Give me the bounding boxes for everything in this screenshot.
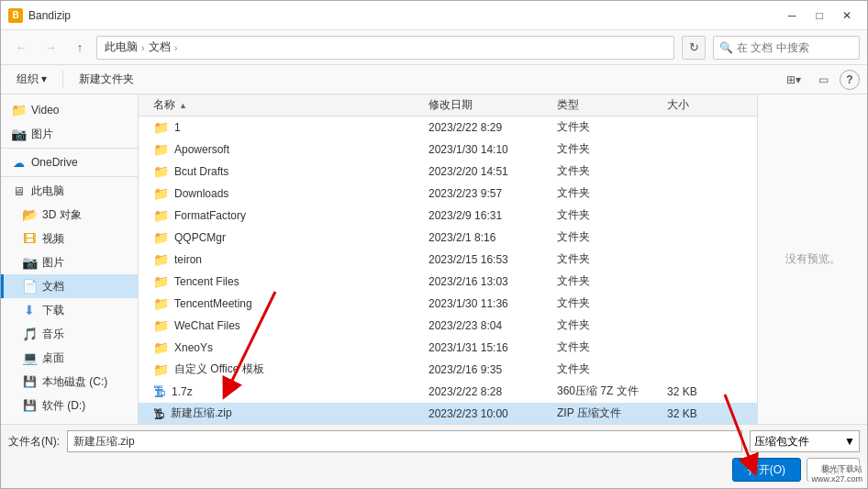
file-name-cell: 🗜新建压缩.zip bbox=[146, 406, 421, 421]
download-folder-icon: ⬇ bbox=[22, 303, 37, 317]
table-row[interactable]: 📁FormatFactory2023/2/9 16:31文件夹 bbox=[139, 205, 757, 227]
watermark: 极光下载站www.x27.com bbox=[808, 463, 865, 486]
sidebar-divider-2 bbox=[1, 176, 138, 177]
disk-c-icon: 💾 bbox=[22, 374, 37, 389]
folder-icon: 📁 bbox=[153, 186, 169, 201]
table-row[interactable]: 📁自定义 Office 模板2023/2/16 9:35文件夹 bbox=[139, 359, 757, 381]
back-button[interactable]: ← bbox=[8, 35, 34, 61]
table-row[interactable]: 📁Downloads2023/2/23 9:57文件夹 bbox=[139, 183, 757, 205]
main-window: B Bandizip ─ □ ✕ ← → ↑ 此电脑 › 文档 › ↻ 🔍 组织… bbox=[0, 0, 868, 489]
sidebar-item-desktop[interactable]: 💻 桌面 bbox=[1, 346, 138, 370]
sidebar-item-3d[interactable]: 📂 3D 对象 bbox=[1, 203, 138, 227]
column-headers: 名称 ▲ 修改日期 类型 大小 bbox=[139, 94, 757, 117]
filename-input[interactable] bbox=[67, 430, 742, 452]
sidebar-label: Video bbox=[31, 104, 59, 117]
address-segment-docs[interactable]: 文档 bbox=[149, 39, 171, 55]
folder-icon: 📷 bbox=[11, 127, 26, 141]
filetype-dropdown[interactable]: 压缩包文件 ▼ bbox=[750, 430, 860, 452]
file-name-cell: 📁XneoYs bbox=[146, 340, 421, 355]
sidebar-item-pictures[interactable]: 📷 图片 bbox=[1, 250, 138, 274]
file-name-cell: 📁QQPCMgr bbox=[146, 230, 421, 245]
sidebar-item-videos[interactable]: 🎞 视频 bbox=[1, 227, 138, 250]
sidebar-item-music[interactable]: 🎵 音乐 bbox=[1, 322, 138, 346]
view-icon-button[interactable]: ⊞▾ bbox=[781, 69, 807, 91]
file-name-cell: 📁WeChat Files bbox=[146, 318, 421, 333]
sidebar-item-software-d[interactable]: 💾 软件 (D:) bbox=[1, 394, 138, 417]
sidebar-item-documents[interactable]: 📄 文档 bbox=[1, 274, 138, 298]
up-button[interactable]: ↑ bbox=[67, 35, 93, 61]
sidebar-label: 视频 bbox=[42, 231, 64, 247]
col-header-type[interactable]: 类型 bbox=[550, 97, 660, 113]
new-folder-button[interactable]: 新建文件夹 bbox=[71, 69, 142, 91]
col-header-name[interactable]: 名称 ▲ bbox=[146, 97, 421, 113]
table-row[interactable]: 📁XneoYs2023/1/31 15:16文件夹 bbox=[139, 337, 757, 359]
col-header-size[interactable]: 大小 bbox=[660, 97, 733, 113]
sidebar-label: 图片 bbox=[42, 255, 64, 271]
sort-arrow-icon: ▲ bbox=[179, 101, 187, 110]
sidebar-divider bbox=[1, 148, 138, 149]
table-row[interactable]: 🗜1.7z2023/2/22 8:28360压缩 7Z 文件32 KB bbox=[139, 381, 757, 403]
table-row[interactable]: 📁TencentMeeting2023/1/30 11:36文件夹 bbox=[139, 293, 757, 315]
sidebar-label: 此电脑 bbox=[31, 183, 64, 199]
view-list-button[interactable]: ▭ bbox=[810, 69, 836, 91]
folder-icon: 📁 bbox=[153, 230, 169, 245]
sidebar-item-pictures-root[interactable]: 📷 图片 bbox=[1, 122, 138, 146]
sidebar-label: 下载 bbox=[42, 303, 64, 318]
table-row[interactable]: 📁Tencent Files2023/2/16 13:03文件夹 bbox=[139, 271, 757, 293]
table-row[interactable]: 🗜新建压缩.zip2023/2/23 10:00ZIP 压缩文件32 KB bbox=[139, 403, 757, 424]
table-row[interactable]: 📁Bcut Drafts2023/2/20 14:51文件夹 bbox=[139, 161, 757, 183]
address-segment-pc[interactable]: 此电脑 bbox=[105, 39, 138, 55]
table-row[interactable]: 📁WeChat Files2023/2/23 8:04文件夹 bbox=[139, 315, 757, 337]
col-header-date[interactable]: 修改日期 bbox=[421, 97, 550, 113]
maximize-button[interactable]: □ bbox=[807, 6, 832, 26]
folder-icon: 📁 bbox=[153, 318, 169, 333]
folder-icon: 📁 bbox=[153, 164, 169, 179]
sidebar-item-onedrive[interactable]: ☁ OneDrive bbox=[1, 150, 138, 174]
cloud-icon: ☁ bbox=[11, 155, 26, 170]
file-name-cell: 📁Bcut Drafts bbox=[146, 164, 421, 179]
toolbar-right: ⊞▾ ▭ ? bbox=[781, 69, 860, 91]
refresh-button[interactable]: ↻ bbox=[682, 36, 706, 60]
address-bar[interactable]: 此电脑 › 文档 › bbox=[96, 36, 674, 60]
folder-icon: 📁 bbox=[153, 208, 169, 223]
view-toolbar: 组织 ▾ 新建文件夹 ⊞▾ ▭ ? bbox=[1, 65, 867, 94]
help-button[interactable]: ? bbox=[840, 70, 860, 90]
sidebar-label: OneDrive bbox=[31, 156, 78, 169]
sidebar-item-downloads[interactable]: ⬇ 下载 bbox=[1, 298, 138, 322]
close-button[interactable]: ✕ bbox=[834, 6, 860, 26]
file-area: 名称 ▲ 修改日期 类型 大小 📁12023/2/22 8:29文件夹📁Apow… bbox=[139, 94, 757, 424]
search-box[interactable]: 🔍 bbox=[713, 36, 860, 60]
folder-icon: 📁 bbox=[153, 142, 169, 157]
search-icon: 🔍 bbox=[719, 41, 733, 54]
sidebar-label: 文档 bbox=[42, 279, 64, 295]
sidebar-label: 本地磁盘 (C:) bbox=[42, 374, 107, 390]
toolbar-separator bbox=[62, 71, 63, 89]
sidebar-item-video[interactable]: 📁 Video bbox=[1, 98, 138, 122]
organize-button[interactable]: 组织 ▾ bbox=[8, 69, 55, 91]
folder-icon: 📁 bbox=[153, 362, 169, 377]
folder-icon: 📁 bbox=[11, 103, 26, 117]
minimize-button[interactable]: ─ bbox=[779, 6, 805, 26]
table-row[interactable]: 📁Apowersoft2023/1/30 14:10文件夹 bbox=[139, 139, 757, 161]
folder-icon: 📁 bbox=[153, 296, 169, 311]
sidebar-label: 音乐 bbox=[42, 327, 64, 342]
file-name-cell: 📁Tencent Files bbox=[146, 274, 421, 289]
app-icon: B bbox=[8, 8, 23, 23]
filename-row: 文件名(N): 压缩包文件 ▼ bbox=[8, 430, 860, 452]
main-content: 📁 Video 📷 图片 ☁ OneDrive 🖥 此电脑 📂 3D 对象 bbox=[1, 94, 867, 424]
open-button[interactable]: 打开(O) bbox=[732, 458, 801, 482]
search-input[interactable] bbox=[737, 41, 853, 54]
file-name-cell: 🗜1.7z bbox=[146, 384, 421, 399]
table-row[interactable]: 📁teiron2023/2/15 16:53文件夹 bbox=[139, 249, 757, 271]
file-name-cell: 📁Apowersoft bbox=[146, 142, 421, 157]
sidebar-item-local-c[interactable]: 💾 本地磁盘 (C:) bbox=[1, 370, 138, 394]
sidebar: 📁 Video 📷 图片 ☁ OneDrive 🖥 此电脑 📂 3D 对象 bbox=[1, 94, 139, 424]
sidebar-item-this-pc[interactable]: 🖥 此电脑 bbox=[1, 179, 138, 203]
sidebar-label: 软件 (D:) bbox=[42, 398, 85, 414]
nav-toolbar: ← → ↑ 此电脑 › 文档 › ↻ 🔍 bbox=[1, 30, 867, 65]
table-row[interactable]: 📁QQPCMgr2023/2/1 8:16文件夹 bbox=[139, 227, 757, 249]
doc-folder-icon: 📄 bbox=[22, 279, 37, 294]
file-name-cell: 📁teiron bbox=[146, 252, 421, 267]
forward-button[interactable]: → bbox=[38, 35, 63, 61]
table-row[interactable]: 📁12023/2/22 8:29文件夹 bbox=[139, 117, 757, 139]
